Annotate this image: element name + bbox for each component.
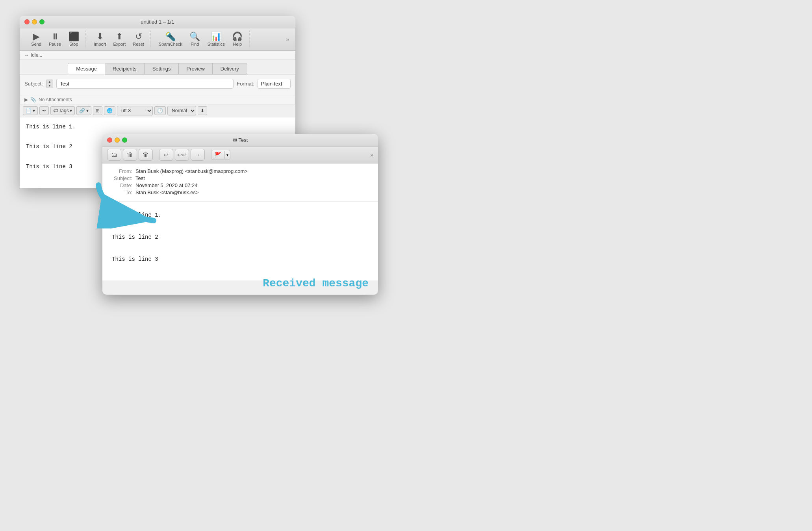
trash-button[interactable]: 🗑	[123, 149, 137, 161]
nav-buttons: ↩ ↩↩ →	[159, 149, 205, 161]
main-toolbar: ▶ Send ⏸ Pause ⬛ Stop ⬇ Import ⬆ Export	[20, 28, 295, 51]
stepper-up-button[interactable]: ▲	[46, 80, 53, 84]
subject-label: Subject:	[24, 81, 43, 87]
flag-button[interactable]: 🚩 ▾	[211, 150, 230, 160]
send-icon: ▶	[33, 32, 40, 41]
preview-subject-label: Subject:	[109, 175, 132, 181]
priority-select[interactable]: Normal Low High	[167, 106, 196, 115]
window-controls	[24, 19, 44, 24]
tab-bar: Message Recipients Settings Preview Deli…	[20, 60, 295, 75]
preview-line-3: This is line 2	[112, 232, 369, 243]
status-arrow-icon: ↔	[24, 52, 29, 58]
pause-label: Pause	[49, 42, 61, 46]
import-button[interactable]: ⬇ Import	[91, 31, 109, 48]
new-doc-button[interactable]: 📄 ▾	[23, 106, 38, 115]
spamcheck-icon: 🔦	[165, 32, 176, 41]
preview-maximize-button[interactable]	[122, 137, 127, 143]
from-label: From:	[109, 168, 132, 174]
pause-button[interactable]: ⏸ Pause	[46, 31, 64, 48]
preview-toolbar-overflow[interactable]: »	[370, 152, 373, 158]
help-button[interactable]: 🎧 Help	[229, 31, 246, 48]
toolbar-group-tools: 🔦 SpamCheck 🔍 Find 📊 Statistics 🎧 Help	[152, 31, 250, 48]
pen-button[interactable]: ✒	[39, 106, 49, 115]
statistics-button[interactable]: 📊 Statistics	[204, 31, 228, 48]
preview-window-controls	[107, 137, 127, 143]
preview-close-button[interactable]	[107, 137, 112, 143]
find-icon: 🔍	[189, 32, 200, 41]
import-icon: ⬇	[96, 32, 104, 41]
subject-stepper[interactable]: ▲ ▼	[46, 80, 53, 88]
link-button[interactable]: 🔗 ▾	[76, 106, 91, 115]
subject-row: Subject: ▲ ▼ Format: Plain text HTML	[24, 79, 291, 89]
statistics-icon: 📊	[211, 32, 221, 41]
action-buttons: 🗂 🗑 🗑	[107, 149, 153, 161]
date-row: Date: November 5, 2020 at 07:24	[109, 182, 372, 188]
maximize-button[interactable]	[39, 19, 44, 24]
globe-button[interactable]: 🌐	[104, 106, 115, 115]
table-button[interactable]: ⊞	[93, 106, 102, 115]
preview-toolbar: 🗂 🗑 🗑 ↩ ↩↩ → 🚩 ▾ »	[102, 147, 378, 163]
preview-line-4	[112, 243, 369, 254]
stop-icon: ⬛	[69, 32, 79, 41]
date-value: November 5, 2020 at 07:24	[135, 182, 198, 188]
toolbar-overflow[interactable]: »	[284, 35, 291, 44]
subject-input[interactable]	[56, 79, 234, 89]
attachments-label: No Attachments	[39, 97, 72, 102]
find-button[interactable]: 🔍 Find	[186, 31, 204, 48]
preview-line-5: This is line 3	[112, 254, 369, 265]
export-icon: ⬆	[116, 32, 123, 41]
clock-button[interactable]: 🕐	[154, 106, 166, 115]
preview-minimize-button[interactable]	[115, 137, 120, 143]
help-label: Help	[233, 42, 242, 46]
compose-titlebar: untitled 1 – 1/1	[20, 16, 295, 28]
encoding-select[interactable]: utf-8 iso-8859-1	[117, 106, 153, 115]
format-select[interactable]: Plain text HTML	[258, 79, 291, 89]
stop-label: Stop	[69, 42, 78, 46]
back-button[interactable]: ↩	[159, 149, 173, 161]
forward-button[interactable]: →	[191, 149, 205, 161]
attachments-arrow-icon: ▶	[24, 97, 28, 102]
spamcheck-label: SpamCheck	[159, 42, 182, 46]
reset-button[interactable]: ↺ Reset	[130, 31, 147, 48]
to-value: Stan Busk <stan@busk.es>	[135, 189, 199, 195]
download-button[interactable]: ⬇	[198, 106, 207, 115]
tab-settings[interactable]: Settings	[144, 63, 179, 74]
stepper-down-button[interactable]: ▼	[46, 84, 53, 88]
reset-icon: ↺	[135, 32, 142, 41]
toolbar-group-io: ⬇ Import ⬆ Export ↺ Reset	[87, 31, 151, 48]
format-wrapper: Plain text HTML	[258, 79, 291, 89]
tab-recipients[interactable]: Recipients	[104, 63, 145, 74]
preview-mail-icon: ✉	[233, 137, 237, 143]
send-button[interactable]: ▶ Send	[28, 31, 45, 48]
delete-button[interactable]: 🗑	[139, 149, 153, 161]
preview-window: ✉ Test 🗂 🗑 🗑 ↩ ↩↩ → 🚩 ▾ » From: Stan Bus…	[102, 134, 378, 295]
to-label: To:	[109, 189, 132, 195]
preview-line-2	[112, 221, 369, 232]
archive-button[interactable]: 🗂	[107, 149, 121, 161]
pause-icon: ⏸	[51, 32, 59, 41]
send-label: Send	[31, 42, 41, 46]
preview-title: Test	[239, 137, 248, 143]
minimize-button[interactable]	[32, 19, 37, 24]
toolbar-group-send: ▶ Send ⏸ Pause ⬛ Stop	[24, 31, 86, 48]
format-toolbar: 📄 ▾ ✒ 🏷 Tags ▾ 🔗 ▾ ⊞ 🌐 utf-8 iso-8859-1 …	[20, 104, 295, 117]
stop-button[interactable]: ⬛ Stop	[65, 31, 82, 48]
back-all-button[interactable]: ↩↩	[175, 149, 189, 161]
date-label: Date:	[109, 182, 132, 188]
status-text: Idle...	[31, 52, 42, 58]
paperclip-icon: 📎	[30, 97, 36, 102]
flag-icon: 🚩	[211, 150, 224, 160]
tab-preview[interactable]: Preview	[178, 63, 213, 74]
tags-arrow: ▾	[70, 108, 72, 113]
import-label: Import	[94, 42, 106, 46]
export-button[interactable]: ⬆ Export	[110, 31, 129, 48]
tags-button[interactable]: 🏷 Tags ▾	[50, 106, 74, 115]
tab-delivery[interactable]: Delivery	[212, 63, 247, 74]
tab-message[interactable]: Message	[68, 63, 105, 74]
from-row: From: Stan Busk (Maxprog) <stanbusk@maxp…	[109, 168, 372, 174]
close-button[interactable]	[24, 19, 30, 24]
reset-label: Reset	[133, 42, 144, 46]
status-bar: ↔ Idle...	[20, 51, 295, 60]
from-value: Stan Busk (Maxprog) <stanbusk@maxprog.co…	[135, 168, 248, 174]
spamcheck-button[interactable]: 🔦 SpamCheck	[156, 31, 185, 48]
